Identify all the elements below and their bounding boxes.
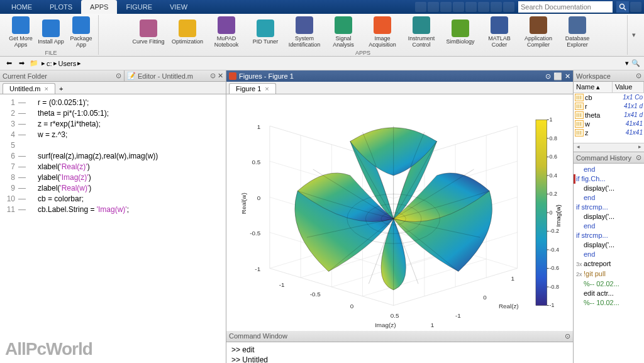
svg-text:0: 0 — [550, 209, 553, 216]
history-item[interactable]: if fig.Ch... — [574, 174, 641, 184]
command-window-title: Command Window⊙ — [226, 331, 573, 342]
panel-dropdown-icon[interactable]: ⊙ — [565, 332, 570, 340]
workspace-variable[interactable]: r41x1 d — [574, 102, 644, 111]
ribbon-expand-icon[interactable]: ▾ — [628, 15, 640, 55]
figure-tab-bar: Figure 1× — [226, 82, 573, 94]
history-item[interactable]: display('... — [576, 212, 641, 221]
workspace-variable[interactable]: z41x41 — [574, 128, 644, 137]
search-documentation-input[interactable] — [518, 1, 613, 13]
svg-text:0.2: 0.2 — [550, 191, 557, 197]
code-editor[interactable]: 1—r = (0:0.025:1)';2—theta = pi*(-1:0.05… — [0, 94, 226, 363]
variable-icon — [575, 103, 584, 110]
history-item[interactable]: end — [576, 193, 641, 203]
help-icon[interactable] — [503, 2, 514, 12]
add-tab-button[interactable]: + — [55, 84, 67, 94]
history-item[interactable]: display('... — [576, 184, 641, 193]
workspace-list[interactable]: cb1x1 Cor41x1 dtheta1x41 dw41x41z41x41 — [574, 93, 644, 143]
ribbon-instrument-control[interactable]: Instrument Control — [402, 15, 440, 49]
command-history-list[interactable]: endif fig.Ch...display('...endif strcmp.… — [574, 164, 644, 363]
workspace-scrollbar[interactable]: ◂▸ — [574, 143, 644, 152]
workspace-variable[interactable]: cb1x1 Co — [574, 93, 644, 102]
panel-dropdown-icon[interactable]: ⊙ — [636, 154, 641, 162]
ribbon-install-app[interactable]: Install App — [36, 15, 65, 49]
figure-canvas[interactable]: 1 0.5 0 -0.5 -1 Real(w) -1 -0.5 0 0.5 1 … — [226, 94, 573, 331]
search-button[interactable] — [616, 1, 629, 13]
command-window[interactable]: >> edit >> Untitled fx >> — [226, 342, 573, 363]
file-tab[interactable]: Untitled.m× — [3, 83, 55, 94]
history-item[interactable]: 2x !git pull — [576, 269, 641, 279]
history-item[interactable]: if strcmp... — [576, 231, 641, 240]
svg-text:-1: -1 — [550, 302, 555, 308]
svg-text:0.6: 0.6 — [550, 154, 557, 160]
figure-tab[interactable]: Figure 1× — [229, 83, 276, 94]
history-item[interactable]: edit actr... — [576, 289, 641, 298]
menu-tab-home[interactable]: HOME — [3, 0, 41, 14]
workspace-header[interactable]: Name ▴ Value — [574, 82, 644, 93]
main-layout: Current Folder⊙ 📝Editor - Untitled.m ⊙ ✕… — [0, 70, 644, 363]
qat-icon[interactable] — [428, 2, 439, 12]
nav-back-icon[interactable]: ⬅ — [4, 59, 14, 69]
close-tab-icon[interactable]: × — [45, 85, 48, 92]
panel-actions[interactable]: ⊙ ✕ — [210, 72, 223, 80]
ribbon-system-identification[interactable]: System Identification — [286, 15, 323, 49]
history-item[interactable]: end — [576, 165, 641, 174]
history-item[interactable]: display('... — [576, 240, 641, 250]
folder-icon[interactable]: 📁 — [29, 59, 39, 69]
history-item[interactable]: %-- 02.02... — [576, 279, 641, 289]
ribbon-curve-fitting[interactable]: Curve Fitting — [130, 15, 167, 49]
qat-icon[interactable] — [453, 2, 464, 12]
menu-tab-apps[interactable]: APPS — [81, 0, 117, 14]
menu-tab-plots[interactable]: PLOTS — [41, 0, 81, 14]
ribbon-image-acquisition[interactable]: Image Acquisition — [364, 15, 401, 49]
variable-icon — [575, 129, 584, 137]
panel-dropdown-icon[interactable]: ⊙ — [545, 72, 551, 81]
menu-tab-view[interactable]: VIEW — [161, 0, 196, 14]
app-icon — [257, 20, 274, 37]
variable-icon — [575, 111, 584, 119]
workspace-variable[interactable]: w41x41 — [574, 120, 644, 128]
qat-icon[interactable] — [491, 2, 502, 12]
workspace-variable[interactable]: theta1x41 d — [574, 111, 644, 120]
breadcrumb-path[interactable]: ▸c: ▸Users ▸ — [42, 59, 81, 67]
nav-fwd-icon[interactable]: ➡ — [16, 59, 26, 69]
path-dropdown-icon[interactable]: ▾ — [625, 59, 629, 67]
ribbon-database-explorer[interactable]: Database Explorer — [558, 15, 596, 49]
svg-point-0 — [620, 4, 625, 9]
login-icon[interactable] — [630, 2, 641, 12]
ribbon-mupad-notebook[interactable]: MuPAD Notebook — [208, 15, 245, 49]
app-icon — [218, 16, 235, 34]
qat-icon[interactable] — [440, 2, 452, 12]
ribbon-optimization[interactable]: Optimization — [169, 15, 206, 49]
search-path-icon[interactable]: 🔍 — [631, 59, 640, 67]
qat-icon[interactable] — [478, 2, 489, 12]
app-icon — [335, 16, 352, 34]
menu-tab-figure[interactable]: FIGURE — [117, 0, 161, 14]
svg-text:0: 0 — [483, 294, 487, 301]
ribbon-signal-analysis[interactable]: Signal Analysis — [325, 15, 362, 49]
ribbon-pid-tuner[interactable]: PID Tuner — [247, 15, 284, 49]
history-item[interactable]: if strcmp... — [576, 203, 641, 212]
qat-icon[interactable] — [415, 2, 426, 12]
close-icon[interactable]: ✕ — [565, 72, 570, 81]
close-tab-icon[interactable]: × — [265, 85, 269, 92]
history-item[interactable]: end — [576, 250, 641, 259]
history-item[interactable]: %-- 10.02... — [576, 298, 641, 308]
history-item[interactable]: 3x actreport — [576, 259, 641, 269]
history-item[interactable]: end — [576, 221, 641, 231]
ribbon-simbiology[interactable]: SimBiology — [441, 15, 479, 49]
svg-text:-0.8: -0.8 — [550, 284, 559, 290]
editor-title: 📝Editor - Untitled.m ⊙ ✕ — [125, 70, 226, 82]
svg-text:Imag(w): Imag(w) — [555, 204, 562, 226]
qat-icon[interactable] — [465, 2, 477, 12]
ribbon-group-apps: Curve FittingOptimizationMuPAD NotebookP… — [99, 15, 628, 55]
figures-titlebar: Figures - Figure 1 ⊙⬜✕ — [226, 70, 573, 82]
panel-dropdown-icon[interactable]: ⊙ — [636, 72, 641, 80]
ribbon-package-app[interactable]: Package App — [67, 15, 96, 49]
svg-text:0.8: 0.8 — [550, 135, 557, 142]
panel-maximize-icon[interactable]: ⬜ — [553, 72, 562, 81]
panel-dropdown-icon[interactable]: ⊙ — [116, 72, 121, 80]
ribbon-matlab-coder[interactable]: MATLAB Coder — [480, 15, 518, 49]
ribbon-get-more-apps[interactable]: Get More Apps — [6, 15, 35, 49]
ribbon-application-compiler[interactable]: Application Compiler — [519, 15, 557, 49]
svg-text:-0.5: -0.5 — [250, 230, 260, 237]
